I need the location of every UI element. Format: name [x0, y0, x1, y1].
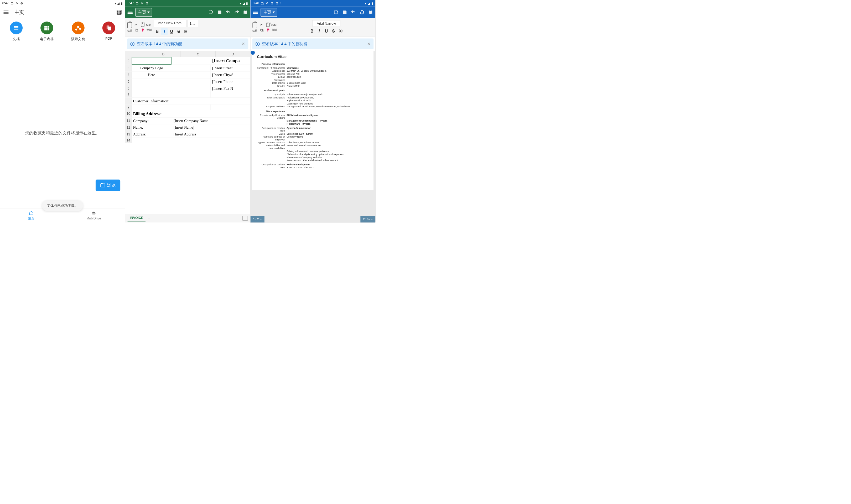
undo-icon[interactable]: [351, 10, 356, 15]
keyboard-icon[interactable]: [243, 216, 248, 220]
copy-icon[interactable]: [135, 28, 139, 32]
col-header[interactable]: C: [181, 51, 215, 57]
italic-button[interactable]: I: [316, 28, 322, 34]
book-icon[interactable]: [243, 10, 248, 15]
doc-title: Curriculum Vitae: [257, 55, 369, 59]
cell[interactable]: [Insert Compa: [211, 57, 250, 65]
chevron-down-icon: [273, 12, 275, 13]
wifi-icon: ▾: [240, 1, 241, 5]
svg-rect-1: [14, 27, 18, 28]
a-icon: A: [15, 2, 18, 5]
browse-button[interactable]: 浏览: [95, 180, 120, 191]
font-size[interactable]: 10 分: [188, 20, 198, 27]
document-area[interactable]: Curriculum Vitae Personal information Su…: [250, 51, 375, 222]
paste-icon[interactable]: [266, 22, 269, 27]
book-icon[interactable]: [368, 10, 373, 15]
zoom-indicator[interactable]: 25 %: [360, 216, 375, 222]
save-icon[interactable]: [342, 10, 347, 15]
home-dropdown[interactable]: 主页: [136, 8, 152, 17]
info-banner[interactable]: i 查看版本 14.4 中的新功能 ✕: [127, 39, 248, 49]
save-icon[interactable]: [217, 10, 222, 15]
redo-icon[interactable]: [359, 10, 364, 15]
tile-spreadsheet[interactable]: 电子表格: [40, 21, 54, 41]
nav-home[interactable]: 主页: [0, 209, 63, 222]
empty-state: 您的收藏夹和最近的文件将显示在这里。: [0, 43, 125, 222]
font-selector[interactable]: Arial Narrow: [313, 20, 340, 27]
tile-document[interactable]: 文档: [10, 21, 22, 41]
format-painter-icon[interactable]: [266, 28, 270, 32]
image-icon: ▢: [136, 2, 139, 5]
grid-view-icon[interactable]: [117, 10, 122, 15]
hamburger-icon[interactable]: [3, 10, 8, 15]
close-icon[interactable]: ✕: [242, 41, 245, 47]
underline-button[interactable]: U: [323, 28, 330, 34]
page-indicator[interactable]: 1 / 2: [250, 216, 264, 222]
copy-icon[interactable]: [260, 28, 264, 32]
svg-rect-2: [14, 29, 18, 30]
font-selector[interactable]: Times New Rom...: [154, 20, 187, 27]
document-page[interactable]: Curriculum Vitae Personal information Su…: [252, 51, 373, 190]
col-header[interactable]: D: [215, 51, 250, 57]
svg-rect-7: [46, 27, 48, 29]
signal-icon: ◢: [117, 1, 120, 5]
bold-button[interactable]: B: [154, 28, 160, 35]
ribbon: 粘贴 ✂ 粘贴 复制 Times New Rom... 10 分 B I U S…: [125, 18, 250, 37]
svg-rect-5: [48, 26, 49, 27]
nav-mobidrive[interactable]: MobiDrive: [63, 209, 125, 222]
format-painter-icon[interactable]: [141, 28, 145, 32]
svg-rect-21: [334, 11, 337, 14]
svg-rect-8: [48, 27, 49, 29]
paste-group[interactable]: 粘贴: [252, 22, 257, 32]
battery-icon: ▮: [371, 1, 373, 5]
info-icon: i: [255, 42, 260, 46]
info-banner[interactable]: i 查看版本 14.4 中的新功能 ✕: [252, 39, 373, 49]
cut-icon[interactable]: ✂: [135, 22, 138, 27]
tile-pdf[interactable]: PDF: [103, 21, 115, 41]
italic-button[interactable]: I: [161, 28, 168, 35]
panel-home: 8:47 ▢ A ⚙ ▾ ◢ ▮ 主页 文档 电子表格 演示文稿 PDF: [0, 0, 125, 222]
tile-presentation[interactable]: 演示文稿: [71, 21, 85, 41]
svg-rect-20: [136, 30, 138, 32]
tile-row: 文档 电子表格 演示文稿 PDF: [0, 18, 125, 44]
banner-text: 查看版本 14.4 中的新功能: [262, 41, 307, 47]
share-icon: ⚙: [145, 2, 148, 5]
subscript-button[interactable]: X2: [337, 28, 344, 34]
hamburger-icon[interactable]: [253, 10, 258, 15]
share-icon: ⚙: [270, 2, 274, 5]
page-title: 主页: [15, 9, 24, 16]
svg-rect-4: [46, 26, 48, 27]
sheet-tabs: INVOICE +: [125, 214, 250, 222]
bold-button[interactable]: B: [308, 28, 315, 34]
borders-button[interactable]: ⊞: [183, 28, 189, 35]
undo-icon[interactable]: [226, 10, 231, 15]
hamburger-icon[interactable]: [128, 10, 132, 15]
strikethrough-button[interactable]: S: [175, 28, 182, 35]
svg-rect-16: [108, 26, 111, 30]
wifi-icon: ▾: [365, 1, 367, 5]
status-time: 8:47: [128, 1, 134, 5]
corner[interactable]: [125, 51, 146, 57]
strikethrough-button[interactable]: S: [331, 28, 337, 34]
home-dropdown[interactable]: 主页: [261, 8, 277, 17]
sheet-tab[interactable]: INVOICE: [128, 215, 145, 221]
spreadsheet[interactable]: B C D 2[Insert Compa 3Company Logo[Inser…: [125, 51, 250, 214]
redo-icon[interactable]: [234, 10, 239, 15]
marker-icon: [251, 51, 255, 55]
compose-icon[interactable]: [209, 10, 214, 15]
paste-icon[interactable]: [141, 22, 144, 27]
cut-icon[interactable]: ✂: [260, 22, 263, 27]
paste-group[interactable]: 粘贴: [127, 22, 132, 32]
close-icon[interactable]: ✕: [367, 41, 370, 47]
battery-icon: ▮: [246, 1, 248, 5]
image-icon: ▢: [10, 2, 13, 5]
panel-spreadsheet: 8:47 ▢ A ⚙ ▾◢▮ 主页 粘贴 ✂ 粘贴 复制: [125, 0, 251, 222]
app-bar: 主页: [125, 6, 250, 18]
add-sheet-icon[interactable]: +: [148, 216, 150, 221]
col-header[interactable]: B: [146, 51, 181, 57]
a-icon: A: [140, 2, 143, 5]
chevron-down-icon: [147, 12, 150, 13]
underline-button[interactable]: U: [169, 28, 175, 35]
compose-icon[interactable]: [334, 10, 339, 15]
banner-text: 查看版本 14.4 中的新功能: [137, 41, 182, 47]
svg-rect-10: [46, 29, 48, 30]
